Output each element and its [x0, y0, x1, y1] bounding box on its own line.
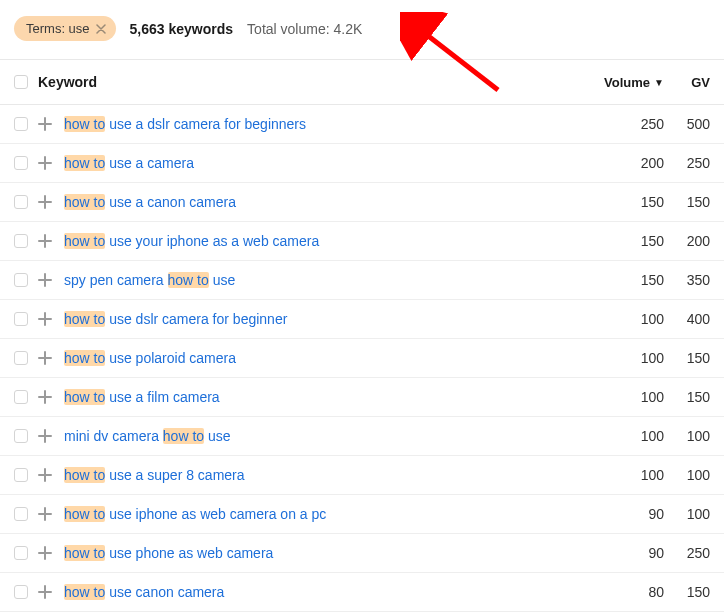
row-checkbox-cell: [14, 156, 38, 170]
row-checkbox[interactable]: [14, 351, 28, 365]
row-volume-value: 100: [584, 428, 664, 444]
row-volume-value: 150: [584, 194, 664, 210]
row-checkbox-cell: [14, 507, 38, 521]
row-gv-value: 150: [664, 584, 710, 600]
row-checkbox[interactable]: [14, 195, 28, 209]
table-row: how to use a canon camera150150: [0, 183, 724, 222]
row-gv-value: 250: [664, 545, 710, 561]
table-row: how to use polaroid camera100150: [0, 339, 724, 378]
table-header: Keyword Volume ▼ GV: [0, 60, 724, 105]
row-checkbox-cell: [14, 312, 38, 326]
row-gv-value: 150: [664, 194, 710, 210]
expand-icon[interactable]: [38, 585, 64, 599]
keyword-link[interactable]: how to use phone as web camera: [64, 545, 584, 561]
row-checkbox-cell: [14, 195, 38, 209]
row-volume-value: 90: [584, 506, 664, 522]
keyword-link[interactable]: how to use polaroid camera: [64, 350, 584, 366]
row-checkbox-cell: [14, 546, 38, 560]
column-header-volume-label: Volume: [604, 75, 650, 90]
row-volume-value: 100: [584, 389, 664, 405]
expand-icon[interactable]: [38, 390, 64, 404]
row-volume-value: 100: [584, 467, 664, 483]
row-gv-value: 100: [664, 506, 710, 522]
row-checkbox[interactable]: [14, 234, 28, 248]
column-header-volume[interactable]: Volume ▼: [584, 75, 664, 90]
row-checkbox-cell: [14, 468, 38, 482]
row-checkbox-cell: [14, 117, 38, 131]
close-icon[interactable]: [96, 24, 106, 34]
row-gv-value: 100: [664, 428, 710, 444]
table-row: how to use canon camera80150: [0, 573, 724, 612]
keyword-link[interactable]: spy pen camera how to use: [64, 272, 584, 288]
row-gv-value: 200: [664, 233, 710, 249]
row-checkbox-cell: [14, 429, 38, 443]
row-gv-value: 150: [664, 389, 710, 405]
row-checkbox[interactable]: [14, 468, 28, 482]
row-checkbox[interactable]: [14, 429, 28, 443]
keyword-link[interactable]: how to use a film camera: [64, 389, 584, 405]
keyword-link[interactable]: how to use iphone as web camera on a pc: [64, 506, 584, 522]
row-gv-value: 250: [664, 155, 710, 171]
filter-summary-bar: Terms: use 5,663 keywords Total volume: …: [0, 0, 724, 60]
row-volume-value: 150: [584, 272, 664, 288]
row-checkbox[interactable]: [14, 390, 28, 404]
table-row: how to use a camera200250: [0, 144, 724, 183]
select-all-checkbox[interactable]: [14, 75, 28, 89]
row-checkbox[interactable]: [14, 117, 28, 131]
keyword-table-body: how to use a dslr camera for beginners25…: [0, 105, 724, 612]
expand-icon[interactable]: [38, 351, 64, 365]
table-row: how to use a film camera100150: [0, 378, 724, 417]
keyword-link[interactable]: mini dv camera how to use: [64, 428, 584, 444]
expand-icon[interactable]: [38, 546, 64, 560]
keyword-link[interactable]: how to use your iphone as a web camera: [64, 233, 584, 249]
expand-icon[interactable]: [38, 468, 64, 482]
keyword-link[interactable]: how to use a super 8 camera: [64, 467, 584, 483]
filter-pill-label: Terms: use: [26, 21, 90, 36]
keyword-link[interactable]: how to use canon camera: [64, 584, 584, 600]
filter-pill[interactable]: Terms: use: [14, 16, 116, 41]
table-row: mini dv camera how to use100100: [0, 417, 724, 456]
row-volume-value: 100: [584, 350, 664, 366]
total-volume-label: Total volume: 4.2K: [247, 21, 362, 37]
row-checkbox-cell: [14, 234, 38, 248]
row-gv-value: 350: [664, 272, 710, 288]
row-gv-value: 500: [664, 116, 710, 132]
row-gv-value: 100: [664, 467, 710, 483]
row-volume-value: 150: [584, 233, 664, 249]
row-volume-value: 250: [584, 116, 664, 132]
row-checkbox[interactable]: [14, 156, 28, 170]
row-checkbox-cell: [14, 273, 38, 287]
row-checkbox[interactable]: [14, 585, 28, 599]
keyword-count: 5,663 keywords: [130, 21, 234, 37]
table-row: how to use phone as web camera90250: [0, 534, 724, 573]
keyword-link[interactable]: how to use dslr camera for beginner: [64, 311, 584, 327]
row-volume-value: 100: [584, 311, 664, 327]
row-volume-value: 90: [584, 545, 664, 561]
expand-icon[interactable]: [38, 195, 64, 209]
table-row: how to use your iphone as a web camera15…: [0, 222, 724, 261]
row-checkbox[interactable]: [14, 507, 28, 521]
row-checkbox[interactable]: [14, 546, 28, 560]
keyword-link[interactable]: how to use a dslr camera for beginners: [64, 116, 584, 132]
row-volume-value: 80: [584, 584, 664, 600]
expand-icon[interactable]: [38, 234, 64, 248]
row-checkbox-cell: [14, 351, 38, 365]
row-volume-value: 200: [584, 155, 664, 171]
row-checkbox[interactable]: [14, 273, 28, 287]
expand-icon[interactable]: [38, 312, 64, 326]
row-checkbox-cell: [14, 390, 38, 404]
row-gv-value: 400: [664, 311, 710, 327]
table-row: how to use a super 8 camera100100: [0, 456, 724, 495]
expand-icon[interactable]: [38, 429, 64, 443]
expand-icon[interactable]: [38, 273, 64, 287]
expand-icon[interactable]: [38, 507, 64, 521]
sort-descending-icon: ▼: [654, 77, 664, 88]
expand-icon[interactable]: [38, 117, 64, 131]
column-header-keyword[interactable]: Keyword: [38, 74, 584, 90]
table-row: how to use a dslr camera for beginners25…: [0, 105, 724, 144]
row-checkbox[interactable]: [14, 312, 28, 326]
keyword-link[interactable]: how to use a camera: [64, 155, 584, 171]
keyword-link[interactable]: how to use a canon camera: [64, 194, 584, 210]
column-header-gv[interactable]: GV: [664, 75, 710, 90]
expand-icon[interactable]: [38, 156, 64, 170]
